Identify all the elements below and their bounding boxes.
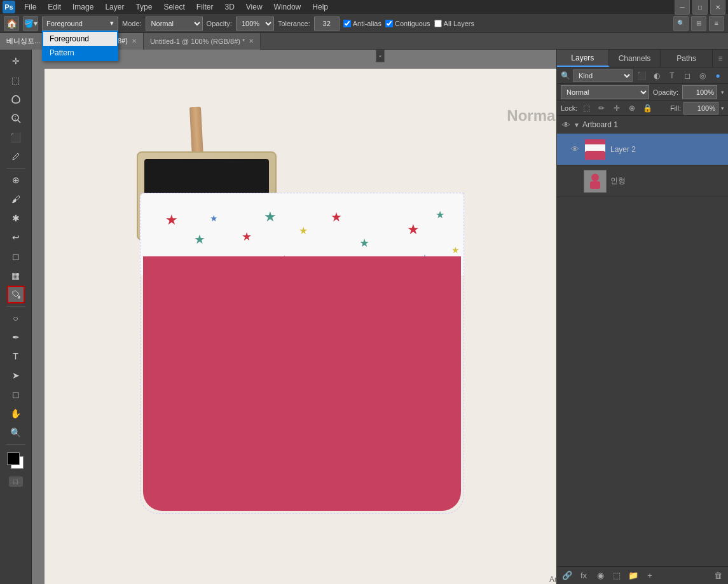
lock-all-btn[interactable]: 🔒: [641, 102, 654, 115]
fill-arrow: ▾: [721, 105, 724, 111]
svg-text:★: ★: [299, 225, 308, 236]
menu-view[interactable]: View: [241, 1, 268, 13]
path-selection-tool[interactable]: ➤: [7, 366, 25, 384]
dodge-tool[interactable]: ○: [7, 309, 25, 327]
opacity-select[interactable]: 100%: [236, 17, 274, 31]
anti-alias-check[interactable]: [343, 20, 351, 27]
artboard-expand-icon[interactable]: ▼: [573, 122, 580, 129]
contiguous-check[interactable]: [385, 20, 393, 27]
rectangular-marquee-tool[interactable]: ⬚: [7, 71, 25, 89]
search-btn[interactable]: 🔍: [673, 16, 689, 31]
maximize-btn[interactable]: □: [692, 0, 708, 15]
close-btn[interactable]: ✕: [710, 0, 725, 15]
menu-window[interactable]: Window: [269, 1, 306, 13]
fill-dropdown-button[interactable]: Foreground ▾: [42, 17, 118, 31]
home-btn[interactable]: 🏠: [4, 16, 19, 31]
lasso-tool[interactable]: [7, 90, 25, 108]
canvas-area[interactable]: ★ ★ ★ ★ ★ ★ ★ ★ ★ ★ ★ ★ ★ ★: [32, 50, 556, 584]
quick-select-tool[interactable]: [7, 109, 25, 127]
lock-position-btn[interactable]: ✛: [610, 102, 623, 115]
menu-file[interactable]: File: [19, 1, 41, 13]
view-btn[interactable]: ⊞: [691, 16, 706, 31]
new-fill-layer-btn[interactable]: ◉: [593, 569, 608, 583]
pixel-filter-btn[interactable]: ⬛: [635, 69, 648, 82]
foreground-color-swatch[interactable]: [7, 452, 20, 465]
mode-select[interactable]: Normal: [146, 17, 203, 31]
anti-alias-checkbox[interactable]: Anti-alias: [343, 20, 381, 27]
lock-pixels-btn[interactable]: ✏: [595, 102, 608, 115]
svg-point-0: [12, 115, 18, 121]
kind-select[interactable]: Kind: [573, 69, 633, 82]
type-filter-btn[interactable]: T: [666, 69, 678, 82]
crop-tool[interactable]: ⬛: [7, 129, 25, 146]
shape-tool[interactable]: ◻: [7, 386, 25, 403]
heal-tool[interactable]: ⊕: [7, 171, 25, 189]
menu-filter[interactable]: Filter: [191, 1, 219, 13]
tab-0-close[interactable]: ✕: [132, 38, 137, 45]
toolbar: 🏠 🪣▾ Foreground ▾ Foreground Pattern Mod…: [0, 14, 728, 33]
fill-dropdown[interactable]: Foreground ▾ Foreground Pattern: [42, 17, 118, 31]
extra-btn[interactable]: ≡: [709, 16, 724, 31]
tab-1-close[interactable]: ✕: [249, 38, 254, 45]
tab-channels[interactable]: Channels: [609, 50, 661, 67]
shape-filter-btn[interactable]: ◻: [681, 69, 694, 82]
menu-help[interactable]: Help: [307, 1, 333, 13]
tolerance-input[interactable]: [314, 17, 340, 31]
blend-mode-select[interactable]: Normal: [561, 85, 649, 99]
menu-layer[interactable]: Layer: [100, 1, 129, 13]
panel-menu-btn[interactable]: ≡: [713, 50, 728, 67]
new-folder-btn[interactable]: 📁: [626, 569, 641, 583]
smart-filter-btn[interactable]: ◎: [696, 69, 709, 82]
gradient-tool[interactable]: ▦: [7, 267, 25, 284]
paint-bucket-tool[interactable]: [7, 286, 25, 303]
tab-paths[interactable]: Paths: [661, 50, 713, 67]
artboard-header[interactable]: 👁 ▼ Artboard 1: [557, 116, 728, 134]
brush-tool[interactable]: 🖌: [7, 190, 25, 208]
layer-row-0[interactable]: 👁 Layer 2: [557, 134, 728, 165]
opacity-input[interactable]: [682, 85, 717, 99]
hand-tool[interactable]: ✋: [7, 405, 25, 422]
menu-type[interactable]: Type: [130, 1, 157, 13]
menu-select[interactable]: Select: [158, 1, 189, 13]
adjustment-filter-btn[interactable]: ◐: [650, 69, 663, 82]
eyedropper-tool[interactable]: [7, 148, 25, 165]
tab-1[interactable]: Untitled-1 @ 100% (RGB/8#) * ✕: [144, 33, 261, 50]
history-brush-tool[interactable]: ↩: [7, 228, 25, 246]
svg-text:★: ★: [359, 237, 369, 249]
layer-row-1[interactable]: 인형: [557, 165, 728, 197]
eraser-tool[interactable]: ◻: [7, 247, 25, 265]
clone-stamp-tool[interactable]: ✱: [7, 209, 25, 227]
filter-toggle-btn[interactable]: ●: [711, 69, 724, 82]
zoom-tool[interactable]: 🔍: [7, 424, 25, 441]
new-layer-btn[interactable]: +: [642, 569, 657, 583]
fill-option-pattern[interactable]: Pattern: [43, 46, 117, 60]
fill-option-foreground[interactable]: Foreground: [43, 32, 117, 46]
contiguous-checkbox[interactable]: Contiguous: [385, 20, 430, 27]
link-layers-btn[interactable]: 🔗: [560, 569, 575, 583]
menu-image[interactable]: Image: [67, 1, 99, 13]
move-tool[interactable]: ✛: [7, 52, 25, 70]
quick-mask-btn[interactable]: ⬚: [9, 476, 23, 487]
tool-options-btn[interactable]: 🪣▾: [23, 16, 38, 31]
menu-edit[interactable]: Edit: [43, 1, 66, 13]
type-tool[interactable]: T: [7, 347, 25, 365]
fill-input[interactable]: [683, 102, 718, 115]
new-mask-btn[interactable]: ⬚: [609, 569, 624, 583]
all-layers-checkbox[interactable]: All Layers: [434, 20, 474, 27]
panel-collapse-btn[interactable]: «: [376, 50, 385, 62]
fx-btn[interactable]: fx: [576, 569, 591, 583]
menu-3d[interactable]: 3D: [219, 1, 239, 13]
normal-mode-overlay: Normal: [507, 107, 556, 125]
minimize-btn[interactable]: ─: [675, 0, 690, 15]
tab-layers[interactable]: Layers: [557, 50, 609, 67]
artboard-eye[interactable]: 👁: [561, 120, 571, 130]
lock-transparent-btn[interactable]: ⬚: [580, 102, 593, 115]
anti-alias-label: Anti-alias: [353, 20, 381, 27]
lock-artboard-btn[interactable]: ⊕: [626, 102, 638, 115]
layer-0-eye[interactable]: 👁: [570, 144, 580, 154]
artboard-group: 👁 ▼ Artboard 1 👁 Layer 2: [557, 116, 728, 197]
all-layers-check[interactable]: [434, 20, 442, 27]
delete-layer-btn[interactable]: 🗑: [710, 569, 725, 583]
artboard[interactable]: ★ ★ ★ ★ ★ ★ ★ ★ ★ ★ ★ ★ ★ ★: [45, 69, 556, 584]
pen-tool[interactable]: ✒: [7, 328, 25, 346]
